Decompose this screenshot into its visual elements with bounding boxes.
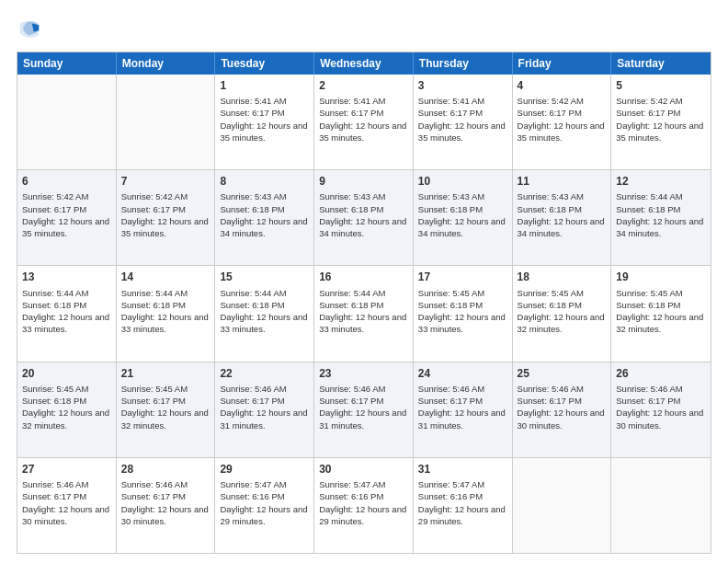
calendar-cell: 6Sunrise: 5:42 AM Sunset: 6:17 PM Daylig… [17,170,117,265]
day-number: 7 [121,174,210,189]
calendar-cell: 29Sunrise: 5:47 AM Sunset: 6:16 PM Dayli… [215,458,314,553]
calendar-cell: 25Sunrise: 5:46 AM Sunset: 6:17 PM Dayli… [513,362,612,457]
calendar-header-row: SundayMondayTuesdayWednesdayThursdayFrid… [17,52,711,75]
calendar-cell: 12Sunrise: 5:44 AM Sunset: 6:18 PM Dayli… [611,170,711,265]
day-number: 30 [319,462,408,477]
calendar: SundayMondayTuesdayWednesdayThursdayFrid… [17,52,711,554]
calendar-cell: 15Sunrise: 5:44 AM Sunset: 6:18 PM Dayli… [215,266,314,361]
cell-info: Sunrise: 5:44 AM Sunset: 6:18 PM Dayligh… [220,287,309,336]
logo [17,17,46,42]
day-number: 2 [319,78,408,93]
day-number: 5 [616,78,706,93]
calendar-cell: 1Sunrise: 5:41 AM Sunset: 6:17 PM Daylig… [215,75,314,169]
day-number: 6 [22,174,111,189]
cell-info: Sunrise: 5:46 AM Sunset: 6:17 PM Dayligh… [418,383,507,431]
calendar-week: 1Sunrise: 5:41 AM Sunset: 6:17 PM Daylig… [17,75,711,170]
cell-info: Sunrise: 5:41 AM Sunset: 6:17 PM Dayligh… [319,95,408,144]
cell-info: Sunrise: 5:45 AM Sunset: 6:18 PM Dayligh… [418,287,507,336]
calendar-cell: 4Sunrise: 5:42 AM Sunset: 6:17 PM Daylig… [513,75,612,169]
cell-info: Sunrise: 5:46 AM Sunset: 6:17 PM Dayligh… [121,478,210,527]
cell-info: Sunrise: 5:45 AM Sunset: 6:17 PM Dayligh… [121,383,210,431]
day-number: 24 [418,366,507,381]
cell-info: Sunrise: 5:43 AM Sunset: 6:18 PM Dayligh… [518,190,607,239]
cell-info: Sunrise: 5:44 AM Sunset: 6:18 PM Dayligh… [319,287,408,336]
day-number: 4 [518,78,607,93]
cell-info: Sunrise: 5:47 AM Sunset: 6:16 PM Dayligh… [319,478,408,527]
calendar-cell [17,75,117,169]
day-number: 13 [22,270,111,284]
cell-info: Sunrise: 5:45 AM Sunset: 6:18 PM Dayligh… [22,383,111,431]
day-number: 1 [220,78,309,93]
calendar-header-day: Friday [513,52,612,75]
day-number: 27 [22,462,111,477]
calendar-cell: 26Sunrise: 5:46 AM Sunset: 6:17 PM Dayli… [611,362,711,457]
calendar-week: 13Sunrise: 5:44 AM Sunset: 6:18 PM Dayli… [17,266,711,362]
day-number: 3 [418,78,507,93]
calendar-cell: 21Sunrise: 5:45 AM Sunset: 6:17 PM Dayli… [117,362,216,457]
day-number: 26 [616,366,706,381]
calendar-cell: 27Sunrise: 5:46 AM Sunset: 6:17 PM Dayli… [17,458,117,553]
page: SundayMondayTuesdayWednesdayThursdayFrid… [0,0,728,563]
day-number: 18 [518,270,607,284]
cell-info: Sunrise: 5:42 AM Sunset: 6:17 PM Dayligh… [22,190,111,239]
cell-info: Sunrise: 5:45 AM Sunset: 6:18 PM Dayligh… [616,287,706,336]
day-number: 17 [418,270,507,284]
day-number: 31 [418,462,507,477]
cell-info: Sunrise: 5:41 AM Sunset: 6:17 PM Dayligh… [418,95,507,144]
calendar-header-day: Monday [117,52,216,75]
cell-info: Sunrise: 5:44 AM Sunset: 6:18 PM Dayligh… [616,190,706,239]
calendar-week: 20Sunrise: 5:45 AM Sunset: 6:18 PM Dayli… [17,362,711,458]
calendar-cell: 18Sunrise: 5:45 AM Sunset: 6:18 PM Dayli… [513,266,612,361]
calendar-cell [611,458,711,553]
cell-info: Sunrise: 5:43 AM Sunset: 6:18 PM Dayligh… [319,190,408,239]
calendar-cell: 20Sunrise: 5:45 AM Sunset: 6:18 PM Dayli… [17,362,117,457]
cell-info: Sunrise: 5:46 AM Sunset: 6:17 PM Dayligh… [518,383,607,431]
calendar-header-day: Thursday [414,52,513,75]
calendar-body: 1Sunrise: 5:41 AM Sunset: 6:17 PM Daylig… [17,75,711,553]
calendar-cell: 16Sunrise: 5:44 AM Sunset: 6:18 PM Dayli… [314,266,414,361]
calendar-cell: 28Sunrise: 5:46 AM Sunset: 6:17 PM Dayli… [117,458,216,553]
calendar-cell: 10Sunrise: 5:43 AM Sunset: 6:18 PM Dayli… [414,170,513,265]
calendar-header-day: Saturday [611,52,711,75]
day-number: 15 [220,270,309,284]
day-number: 19 [616,270,706,284]
day-number: 10 [418,174,507,189]
calendar-cell: 14Sunrise: 5:44 AM Sunset: 6:18 PM Dayli… [117,266,216,361]
cell-info: Sunrise: 5:46 AM Sunset: 6:17 PM Dayligh… [616,383,706,431]
cell-info: Sunrise: 5:43 AM Sunset: 6:18 PM Dayligh… [220,190,309,239]
calendar-cell: 5Sunrise: 5:42 AM Sunset: 6:17 PM Daylig… [611,75,711,169]
calendar-week: 6Sunrise: 5:42 AM Sunset: 6:17 PM Daylig… [17,170,711,266]
cell-info: Sunrise: 5:47 AM Sunset: 6:16 PM Dayligh… [220,478,309,527]
calendar-cell: 23Sunrise: 5:46 AM Sunset: 6:17 PM Dayli… [314,362,414,457]
calendar-header-day: Sunday [17,52,117,75]
calendar-cell: 9Sunrise: 5:43 AM Sunset: 6:18 PM Daylig… [314,170,414,265]
day-number: 22 [220,366,309,381]
calendar-cell: 24Sunrise: 5:46 AM Sunset: 6:17 PM Dayli… [414,362,513,457]
cell-info: Sunrise: 5:43 AM Sunset: 6:18 PM Dayligh… [418,190,507,239]
day-number: 21 [121,366,210,381]
cell-info: Sunrise: 5:41 AM Sunset: 6:17 PM Dayligh… [220,95,309,144]
cell-info: Sunrise: 5:45 AM Sunset: 6:18 PM Dayligh… [518,287,607,336]
calendar-cell: 7Sunrise: 5:42 AM Sunset: 6:17 PM Daylig… [117,170,216,265]
day-number: 9 [319,174,408,189]
cell-info: Sunrise: 5:46 AM Sunset: 6:17 PM Dayligh… [220,383,309,431]
cell-info: Sunrise: 5:42 AM Sunset: 6:17 PM Dayligh… [616,95,706,144]
calendar-cell: 30Sunrise: 5:47 AM Sunset: 6:16 PM Dayli… [314,458,414,553]
calendar-cell: 22Sunrise: 5:46 AM Sunset: 6:17 PM Dayli… [215,362,314,457]
header [17,17,711,42]
calendar-cell: 3Sunrise: 5:41 AM Sunset: 6:17 PM Daylig… [414,75,513,169]
day-number: 16 [319,270,408,284]
calendar-cell: 19Sunrise: 5:45 AM Sunset: 6:18 PM Dayli… [611,266,711,361]
day-number: 14 [121,270,210,284]
day-number: 12 [616,174,706,189]
day-number: 28 [121,462,210,477]
day-number: 23 [319,366,408,381]
calendar-cell: 2Sunrise: 5:41 AM Sunset: 6:17 PM Daylig… [314,75,414,169]
calendar-cell: 17Sunrise: 5:45 AM Sunset: 6:18 PM Dayli… [414,266,513,361]
calendar-cell: 8Sunrise: 5:43 AM Sunset: 6:18 PM Daylig… [215,170,314,265]
calendar-cell: 31Sunrise: 5:47 AM Sunset: 6:16 PM Dayli… [414,458,513,553]
cell-info: Sunrise: 5:42 AM Sunset: 6:17 PM Dayligh… [518,95,607,144]
day-number: 20 [22,366,111,381]
cell-info: Sunrise: 5:44 AM Sunset: 6:18 PM Dayligh… [121,287,210,336]
cell-info: Sunrise: 5:44 AM Sunset: 6:18 PM Dayligh… [22,287,111,336]
